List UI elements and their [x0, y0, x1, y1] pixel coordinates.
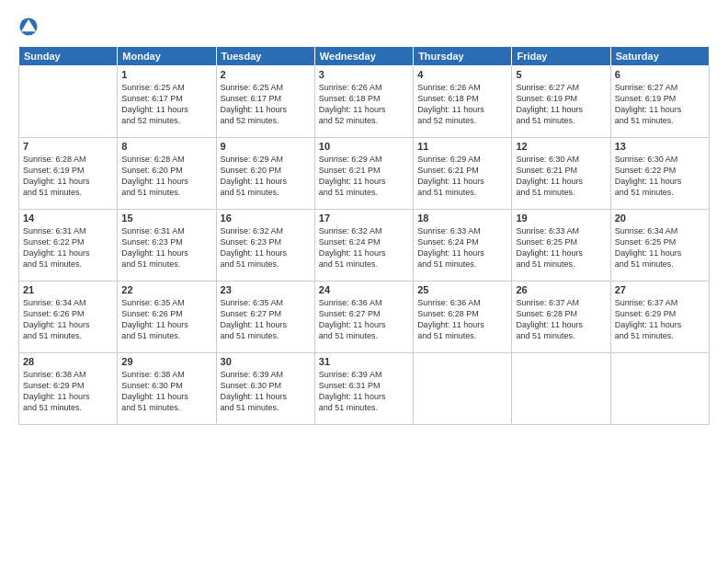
day-number: 13: [615, 141, 705, 152]
day-info: Sunrise: 6:31 AM Sunset: 6:23 PM Dayligh…: [121, 225, 211, 270]
day-info: Sunrise: 6:37 AM Sunset: 6:29 PM Dayligh…: [615, 297, 705, 342]
calendar-col-header: Friday: [512, 47, 610, 66]
page: SundayMondayTuesdayWednesdayThursdayFrid…: [0, 0, 728, 563]
calendar-cell: 25Sunrise: 6:36 AM Sunset: 6:28 PM Dayli…: [414, 282, 512, 353]
day-number: 16: [221, 213, 311, 224]
calendar-cell: 28Sunrise: 6:38 AM Sunset: 6:29 PM Dayli…: [19, 353, 118, 425]
day-number: 5: [516, 69, 606, 80]
calendar-cell: 23Sunrise: 6:35 AM Sunset: 6:27 PM Dayli…: [216, 282, 314, 353]
day-number: 4: [417, 69, 507, 80]
day-number: 12: [516, 141, 606, 152]
calendar-cell: 22Sunrise: 6:35 AM Sunset: 6:26 PM Dayli…: [118, 282, 216, 353]
day-info: Sunrise: 6:33 AM Sunset: 6:24 PM Dayligh…: [417, 225, 507, 270]
day-number: 8: [121, 141, 211, 152]
day-info: Sunrise: 6:26 AM Sunset: 6:18 PM Dayligh…: [417, 82, 507, 127]
day-number: 10: [319, 141, 409, 152]
calendar-cell: 14Sunrise: 6:31 AM Sunset: 6:22 PM Dayli…: [19, 210, 118, 282]
calendar-cell: 10Sunrise: 6:29 AM Sunset: 6:21 PM Dayli…: [314, 138, 413, 210]
calendar-cell: 12Sunrise: 6:30 AM Sunset: 6:21 PM Dayli…: [512, 138, 610, 210]
calendar-cell: 6Sunrise: 6:27 AM Sunset: 6:19 PM Daylig…: [610, 66, 709, 138]
calendar-cell: [414, 353, 512, 425]
day-info: Sunrise: 6:34 AM Sunset: 6:25 PM Dayligh…: [615, 225, 705, 270]
calendar-cell: 31Sunrise: 6:39 AM Sunset: 6:31 PM Dayli…: [314, 353, 413, 425]
day-info: Sunrise: 6:29 AM Sunset: 6:21 PM Dayligh…: [319, 154, 409, 199]
day-info: Sunrise: 6:27 AM Sunset: 6:19 PM Dayligh…: [615, 82, 705, 127]
day-number: 11: [417, 141, 507, 152]
calendar-cell: 17Sunrise: 6:32 AM Sunset: 6:24 PM Dayli…: [314, 210, 413, 282]
day-number: 23: [221, 284, 311, 295]
day-number: 25: [417, 284, 507, 295]
day-info: Sunrise: 6:35 AM Sunset: 6:27 PM Dayligh…: [221, 297, 311, 342]
day-info: Sunrise: 6:36 AM Sunset: 6:28 PM Dayligh…: [417, 297, 507, 342]
day-info: Sunrise: 6:39 AM Sunset: 6:31 PM Dayligh…: [319, 369, 409, 414]
calendar-cell: 26Sunrise: 6:37 AM Sunset: 6:28 PM Dayli…: [512, 282, 610, 353]
calendar-cell: [19, 66, 118, 138]
calendar-cell: 2Sunrise: 6:25 AM Sunset: 6:17 PM Daylig…: [216, 66, 314, 138]
calendar-cell: 29Sunrise: 6:38 AM Sunset: 6:30 PM Dayli…: [118, 353, 216, 425]
day-number: 2: [221, 69, 311, 80]
day-info: Sunrise: 6:30 AM Sunset: 6:21 PM Dayligh…: [516, 154, 606, 199]
day-info: Sunrise: 6:31 AM Sunset: 6:22 PM Dayligh…: [23, 225, 113, 270]
day-info: Sunrise: 6:39 AM Sunset: 6:30 PM Dayligh…: [221, 369, 311, 414]
calendar-week-row: 21Sunrise: 6:34 AM Sunset: 6:26 PM Dayli…: [19, 282, 710, 353]
calendar-week-row: 14Sunrise: 6:31 AM Sunset: 6:22 PM Dayli…: [19, 210, 710, 282]
logo-icon: [18, 17, 39, 37]
calendar-cell: 13Sunrise: 6:30 AM Sunset: 6:22 PM Dayli…: [610, 138, 709, 210]
calendar-cell: [512, 353, 610, 425]
day-number: 18: [417, 213, 507, 224]
calendar-cell: 18Sunrise: 6:33 AM Sunset: 6:24 PM Dayli…: [414, 210, 512, 282]
day-info: Sunrise: 6:26 AM Sunset: 6:18 PM Dayligh…: [319, 82, 409, 127]
calendar-col-header: Monday: [118, 47, 216, 66]
day-info: Sunrise: 6:34 AM Sunset: 6:26 PM Dayligh…: [23, 297, 113, 342]
calendar-cell: 1Sunrise: 6:25 AM Sunset: 6:17 PM Daylig…: [118, 66, 216, 138]
calendar-cell: 27Sunrise: 6:37 AM Sunset: 6:29 PM Dayli…: [610, 282, 709, 353]
day-number: 14: [23, 213, 113, 224]
calendar-cell: 5Sunrise: 6:27 AM Sunset: 6:19 PM Daylig…: [512, 66, 610, 138]
day-number: 27: [615, 284, 705, 295]
day-info: Sunrise: 6:36 AM Sunset: 6:27 PM Dayligh…: [319, 297, 409, 342]
day-info: Sunrise: 6:38 AM Sunset: 6:29 PM Dayligh…: [23, 369, 113, 414]
calendar-col-header: Wednesday: [314, 47, 413, 66]
calendar-header-row: SundayMondayTuesdayWednesdayThursdayFrid…: [19, 47, 710, 66]
day-number: 31: [319, 356, 409, 367]
day-info: Sunrise: 6:38 AM Sunset: 6:30 PM Dayligh…: [121, 369, 211, 414]
day-number: 9: [221, 141, 311, 152]
calendar-week-row: 28Sunrise: 6:38 AM Sunset: 6:29 PM Dayli…: [19, 353, 710, 425]
day-info: Sunrise: 6:28 AM Sunset: 6:20 PM Dayligh…: [121, 154, 211, 199]
calendar-cell: 4Sunrise: 6:26 AM Sunset: 6:18 PM Daylig…: [414, 66, 512, 138]
day-info: Sunrise: 6:32 AM Sunset: 6:23 PM Dayligh…: [221, 225, 311, 270]
day-info: Sunrise: 6:25 AM Sunset: 6:17 PM Dayligh…: [121, 82, 211, 127]
calendar-cell: 24Sunrise: 6:36 AM Sunset: 6:27 PM Dayli…: [314, 282, 413, 353]
day-number: 3: [319, 69, 409, 80]
calendar-cell: 30Sunrise: 6:39 AM Sunset: 6:30 PM Dayli…: [216, 353, 314, 425]
calendar-col-header: Saturday: [610, 47, 709, 66]
day-info: Sunrise: 6:28 AM Sunset: 6:19 PM Dayligh…: [23, 154, 113, 199]
day-info: Sunrise: 6:37 AM Sunset: 6:28 PM Dayligh…: [516, 297, 606, 342]
day-number: 6: [615, 69, 705, 80]
calendar-cell: 8Sunrise: 6:28 AM Sunset: 6:20 PM Daylig…: [118, 138, 216, 210]
day-number: 21: [23, 284, 113, 295]
day-number: 30: [221, 356, 311, 367]
day-info: Sunrise: 6:32 AM Sunset: 6:24 PM Dayligh…: [319, 225, 409, 270]
day-info: Sunrise: 6:30 AM Sunset: 6:22 PM Dayligh…: [615, 154, 705, 199]
calendar-week-row: 7Sunrise: 6:28 AM Sunset: 6:19 PM Daylig…: [19, 138, 710, 210]
calendar-col-header: Sunday: [19, 47, 118, 66]
calendar-col-header: Tuesday: [216, 47, 314, 66]
calendar-cell: 19Sunrise: 6:33 AM Sunset: 6:25 PM Dayli…: [512, 210, 610, 282]
calendar-cell: 9Sunrise: 6:29 AM Sunset: 6:20 PM Daylig…: [216, 138, 314, 210]
calendar-cell: 3Sunrise: 6:26 AM Sunset: 6:18 PM Daylig…: [314, 66, 413, 138]
day-number: 26: [516, 284, 606, 295]
day-info: Sunrise: 6:25 AM Sunset: 6:17 PM Dayligh…: [221, 82, 311, 127]
calendar-cell: 20Sunrise: 6:34 AM Sunset: 6:25 PM Dayli…: [610, 210, 709, 282]
calendar-cell: 21Sunrise: 6:34 AM Sunset: 6:26 PM Dayli…: [19, 282, 118, 353]
calendar-table: SundayMondayTuesdayWednesdayThursdayFrid…: [18, 46, 710, 425]
day-info: Sunrise: 6:35 AM Sunset: 6:26 PM Dayligh…: [121, 297, 211, 342]
calendar-cell: 16Sunrise: 6:32 AM Sunset: 6:23 PM Dayli…: [216, 210, 314, 282]
day-number: 1: [121, 69, 211, 80]
day-number: 19: [516, 213, 606, 224]
logo: [18, 17, 40, 37]
calendar-week-row: 1Sunrise: 6:25 AM Sunset: 6:17 PM Daylig…: [19, 66, 710, 138]
day-number: 22: [121, 284, 211, 295]
day-info: Sunrise: 6:29 AM Sunset: 6:20 PM Dayligh…: [221, 154, 311, 199]
day-info: Sunrise: 6:29 AM Sunset: 6:21 PM Dayligh…: [417, 154, 507, 199]
